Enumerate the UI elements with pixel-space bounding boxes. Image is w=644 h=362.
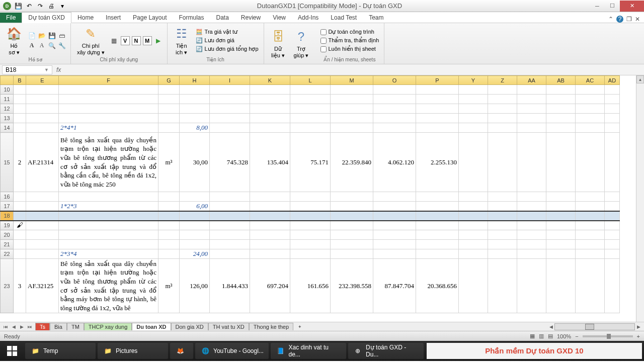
cell-M20[interactable] [331,230,373,240]
tab-loadtest[interactable]: Load Test [325,13,363,23]
cell-M18[interactable] [331,211,373,221]
cell-H17[interactable]: 6,00 [180,202,210,211]
view-break-icon[interactable]: ▤ [548,333,553,339]
cell-G15[interactable]: m³ [158,133,180,192]
cell-B15[interactable]: 2 [14,133,26,192]
cell-Z17[interactable] [488,202,517,211]
sheet-tab-Thong-ke-thep[interactable]: Thong ke thep [249,323,293,330]
cell-AD21[interactable] [605,240,620,249]
cell-B10[interactable] [14,85,26,95]
cell-E12[interactable] [26,104,59,114]
cell-F13[interactable] [59,114,158,123]
cell-L14[interactable] [290,123,331,133]
cell-Y22[interactable] [459,249,488,259]
row-header-22[interactable]: 22 [1,249,14,259]
col-header-Z[interactable]: Z [488,76,517,85]
print-icon[interactable]: 🖨 [47,2,55,10]
cell-E19[interactable] [26,221,59,230]
m-button[interactable]: M [143,36,152,45]
cell-F15[interactable]: Bê tông sản xuất qua dây chuyền trạm trộ… [59,133,158,192]
cell-G22[interactable] [158,249,180,259]
cell-AA19[interactable] [517,221,546,230]
cell-G13[interactable] [158,114,180,123]
cell-L11[interactable] [290,95,331,104]
cell-AD12[interactable] [605,104,620,114]
cell-B22[interactable] [14,249,26,259]
cell-L20[interactable] [290,230,331,240]
cell-Z19[interactable] [488,221,517,230]
db-icon[interactable]: 🗃 [57,31,66,40]
sheet-tab-TM[interactable]: TM [67,323,84,330]
cell-P15[interactable]: 2.255.130 [416,133,459,192]
hscroll-right-icon[interactable]: ▶ [635,323,642,330]
cell-F22[interactable]: 2*3*4 [59,249,158,259]
cell-L22[interactable] [290,249,331,259]
cell-AC11[interactable] [576,95,605,104]
cell-I17[interactable] [210,202,250,211]
tienich-button[interactable]: ☷ Tiện ich ▾ [172,25,192,56]
cell-G14[interactable] [158,123,180,133]
fx-icon[interactable]: fx [56,66,61,73]
minimize-button[interactable]: ─ [590,1,605,12]
cell-G16[interactable] [158,192,180,202]
cell-B23[interactable]: 3 [14,259,26,313]
cell-K10[interactable] [250,85,290,95]
cell-Z18[interactable] [488,211,517,221]
cell-H18[interactable] [180,211,210,221]
cell-AC17[interactable] [576,202,605,211]
col-header-M[interactable]: M [331,76,373,85]
cell-M14[interactable] [331,123,373,133]
cell-K17[interactable] [250,202,290,211]
cell-E13[interactable] [26,114,59,123]
cell-AB10[interactable] [546,85,576,95]
cell-P23[interactable]: 20.368.656 [416,259,459,313]
sheet-tab-TH-vat-tu-XD[interactable]: TH vat tu XD [208,323,249,330]
cell-AA18[interactable] [517,211,546,221]
cell-AD13[interactable] [605,114,620,123]
cell-AD20[interactable] [605,230,620,240]
cell-AD22[interactable] [605,249,620,259]
cell-B16[interactable] [14,192,26,202]
cell-P16[interactable] [416,192,459,202]
cell-I12[interactable] [210,104,250,114]
cell-H16[interactable] [180,192,210,202]
cell-M12[interactable] [331,104,373,114]
cell-AB20[interactable] [546,230,576,240]
cell-F12[interactable] [59,104,158,114]
help-icon[interactable]: ? [616,16,623,23]
cell-AC12[interactable] [576,104,605,114]
col-header-AB[interactable]: AB [546,76,576,85]
cell-Z11[interactable] [488,95,517,104]
row-header-13[interactable]: 13 [1,114,14,123]
cell-H13[interactable] [180,114,210,123]
cell-L18[interactable] [290,211,331,221]
tra-gia-item[interactable]: 🧮Tra giá vật tư [195,28,260,36]
cell-AA11[interactable] [517,95,546,104]
name-box[interactable]: B18▼ [2,65,52,74]
cell-AC18[interactable] [576,211,605,221]
cell-I23[interactable]: 1.844.433 [210,259,250,313]
cell-AC20[interactable] [576,230,605,240]
cell-I22[interactable] [210,249,250,259]
cell-F21[interactable] [59,240,158,249]
sheet-tab-Don-gia-XD[interactable]: Don gia XD [171,323,208,330]
cell-H14[interactable]: 8,00 [180,123,210,133]
close-workbook-icon[interactable]: ✕ [635,16,640,23]
vertical-scrollbar[interactable]: ▲ [636,75,644,322]
cell-M16[interactable] [331,192,373,202]
cell-I14[interactable] [210,123,250,133]
cell-K19[interactable] [250,221,290,230]
cell-M23[interactable]: 232.398.558 [331,259,373,313]
cell-H15[interactable]: 30,00 [180,133,210,192]
dulieu-button[interactable]: 🗄 Dữ liệu ▾ [268,28,288,59]
cell-I18[interactable] [210,211,250,221]
cell-O15[interactable]: 4.062.120 [373,133,416,192]
cell-M11[interactable] [331,95,373,104]
cell-Y12[interactable] [459,104,488,114]
select-all[interactable] [1,76,14,85]
thamtra-check[interactable]: Thẩm tra, thẩm định [319,37,380,44]
cell-AA14[interactable] [517,123,546,133]
hoso-button[interactable]: 🏠 Hồ sơ ▾ [4,25,24,56]
cell-B20[interactable] [14,230,26,240]
cell-I21[interactable] [210,240,250,249]
